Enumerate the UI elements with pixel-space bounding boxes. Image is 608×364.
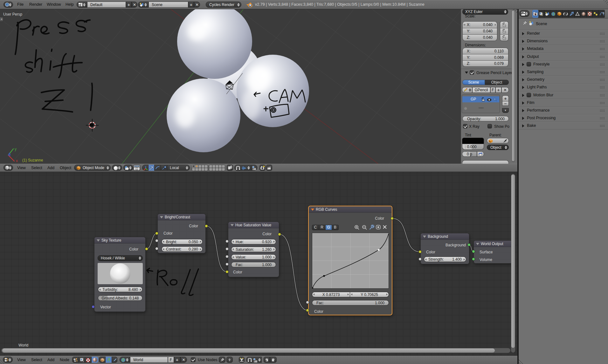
svg-text:x: x [16, 159, 18, 163]
svg-text:z: z [9, 153, 11, 157]
svg-text:y: y [15, 147, 17, 151]
